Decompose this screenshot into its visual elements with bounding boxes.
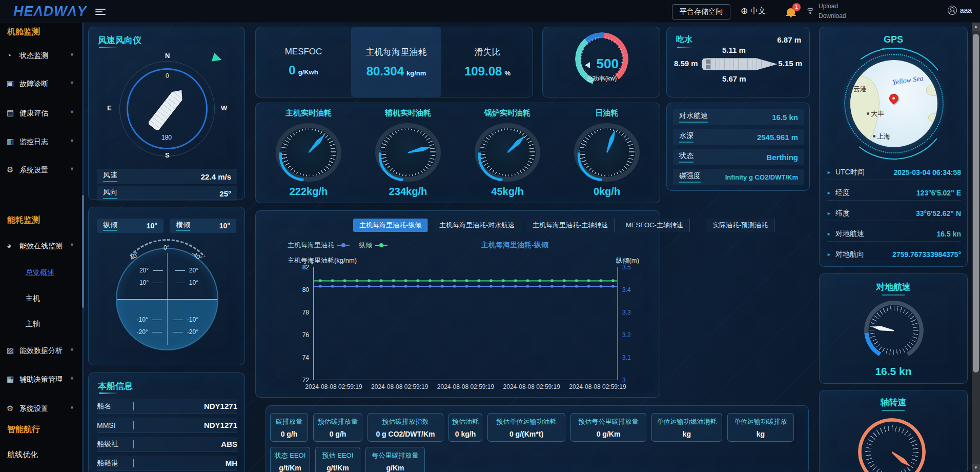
mesfoc-panel: MESFOC0g/Kwh主机每海里油耗80.304kg/nm滑失比109.08% xyxy=(255,27,533,97)
mesfoc-cell-1[interactable]: 主机每海里油耗80.304kg/nm xyxy=(351,27,441,97)
chevron-down-icon: ∨ xyxy=(70,166,74,171)
sidebar-item-energy-data-analysis[interactable]: ▨能效数据分析∨ xyxy=(0,344,82,358)
notification-bell[interactable]: 1 xyxy=(784,5,798,18)
fuel-gauge-1: 辅机实时油耗234kg/h xyxy=(358,108,458,198)
compass-e: E xyxy=(107,104,112,112)
sidebar-item-health-assessment[interactable]: ▤健康评估∨ xyxy=(0,107,82,120)
left-tick-2: 78 xyxy=(302,309,309,316)
right-tick-4: 3.1 xyxy=(622,354,631,361)
chart-plot[interactable] xyxy=(313,267,618,380)
legend-item-0[interactable]: 主机每海里油耗 xyxy=(288,241,350,250)
fuel-gauge-title: 主机实时油耗 xyxy=(285,108,332,118)
chart-tab-2[interactable]: 主机每海里油耗-主轴转速 xyxy=(526,219,615,232)
mesfoc-cell-valuewrap: 80.304kg/nm xyxy=(366,64,426,78)
x-label-3: 2024-08-08 02:59:19 xyxy=(503,383,560,390)
mesfoc-cell-0[interactable]: MESFOC0g/Kwh xyxy=(261,27,346,97)
sidebar-item-label: 辅助决策管理 xyxy=(19,375,63,384)
sidebar-item-fault-diagnosis[interactable]: ▣故障诊断∨ xyxy=(0,77,82,91)
ship-info-divider xyxy=(133,459,134,467)
incl-scale-left: -10° xyxy=(136,316,148,323)
scrollbar-down-arrow[interactable]: ▼ xyxy=(972,464,980,472)
sidebar-item-energy-online-monitoring[interactable]: ◕能效在线监测∧ xyxy=(0,240,82,253)
metric-chip-label: 预估油耗 xyxy=(452,417,479,426)
metric-chip-b-0: 状态 EEOIg/t/Km xyxy=(270,447,310,472)
sidebar-collapse-icon[interactable] xyxy=(95,7,106,16)
fuel-gauges-panel: 主机实时油耗222kg/h辅机实时油耗234kg/h锅炉实时油耗45kg/h日油… xyxy=(255,103,660,203)
chart-tab-3[interactable]: MESFOC-主轴转速 xyxy=(620,219,690,232)
wind-row-value: 25° xyxy=(219,189,231,198)
metric-chip-label: 单位运输功碳排放 xyxy=(734,417,787,426)
metric-chip-b-1: 预估 EEOIg/t/Km xyxy=(315,447,360,472)
nav-row-value: Infinity g CO2/DWT/Km xyxy=(725,173,798,181)
fuel-gauge-title: 辅机实时油耗 xyxy=(385,108,431,118)
sidebar-item-route-optimization[interactable]: 航线优化 xyxy=(0,448,82,461)
fuel-gauge-value: 222kg/h xyxy=(290,186,328,198)
fuel-gauge-value: 0kg/h xyxy=(594,186,620,198)
sidebar-item-decision-support[interactable]: ▦辅助决策管理∨ xyxy=(0,373,82,386)
draft-title: 吃水 xyxy=(676,34,692,45)
metric-chip-label: 每公里碳排放量 xyxy=(372,451,419,460)
nav-row-label: 水深 xyxy=(679,131,693,143)
gps-row-label: 对地航速 xyxy=(827,229,864,239)
metric-chip-value: 0 g CO2/DWT/Km xyxy=(376,430,435,438)
upload-label: Upload xyxy=(819,2,846,11)
metric-chip-label: 状态 EEOI xyxy=(275,451,306,460)
gps-panel: GPS Yellow Sea 云港 大丰 上海 UTC时间2025-03-04 … xyxy=(819,27,968,267)
mesfoc-cell-label: 滑失比 xyxy=(475,46,501,58)
mesfoc-cell-2[interactable]: 滑失比109.08% xyxy=(446,27,528,97)
chart-title: 主机每海里油耗-纵倾 xyxy=(481,241,548,250)
notification-badge: 1 xyxy=(792,3,801,11)
chart-tab-0[interactable]: 主机每海里油耗-纵倾 xyxy=(353,219,428,232)
sidebar-subitem-main-engine[interactable]: 主机 xyxy=(0,292,82,305)
gps-map[interactable]: Yellow Sea 云港 大丰 上海 xyxy=(850,60,937,147)
map-pin-icon xyxy=(887,92,900,104)
sidebar-subitem-overview[interactable]: 总览概述 xyxy=(0,267,82,279)
language-selector[interactable]: ⊕ 中文 xyxy=(741,6,766,16)
ship-info-value: MH xyxy=(226,459,237,467)
gps-row-value: 123°6'5.02" E xyxy=(916,189,961,197)
ship-info-value: ABS xyxy=(221,440,237,448)
incl-scale-left: 20° xyxy=(136,267,149,274)
window-scrollbar[interactable]: ▲ ▼ xyxy=(972,23,980,472)
sidebar-scrollbar-thumb[interactable] xyxy=(82,195,84,308)
sidebar-item-system-settings-2[interactable]: ⚙系统设置∨ xyxy=(0,402,82,416)
user-menu[interactable]: aaa xyxy=(948,6,972,15)
sidebar-subitem-main-shaft[interactable]: 主轴 xyxy=(0,318,82,330)
incl-top-center: 0° xyxy=(164,244,169,251)
fuel-gauge-dial xyxy=(375,123,441,182)
sidebar-subitem-label: 主机 xyxy=(26,294,40,303)
map-city-2: 大丰 xyxy=(867,109,884,119)
legend-marker xyxy=(375,243,387,247)
wind-row-value: 22.4 m/s xyxy=(201,172,231,181)
sidebar-item-monitor-log[interactable]: ▥监控日志∨ xyxy=(0,135,82,149)
sidebar-item-system-settings[interactable]: ⚙系统设置∨ xyxy=(0,164,82,177)
metric-chip-6: 单位运输功燃油消耗kg xyxy=(651,413,722,442)
metric-chip-label: 碳排放量 xyxy=(276,417,302,426)
ship-info-row-3: 船籍港MH xyxy=(97,456,237,471)
wind-row-label: 风向 xyxy=(103,188,117,199)
metric-chip-5: 预估每公里碳排放量0 g/Km xyxy=(570,413,646,442)
nav-row-0: 对水航速16.5 kn xyxy=(673,109,804,125)
platform-storage-button[interactable]: 平台存储空间 xyxy=(672,4,730,19)
sidebar-item-status-monitoring[interactable]: ◔状态监测∨ xyxy=(0,49,82,63)
scrollbar-up-arrow[interactable]: ▲ xyxy=(972,23,980,31)
ship-info-row-1: MMSINDY1271 xyxy=(97,418,237,433)
chart-tab-4[interactable]: 实际油耗-预测油耗 xyxy=(706,219,774,232)
legend-item-1[interactable]: 纵倾 xyxy=(359,241,387,250)
sidebar-item-label: 能效在线监测 xyxy=(19,242,63,251)
scrollbar-thumb[interactable] xyxy=(973,34,979,372)
sidebar-item-label: 监控日志 xyxy=(19,137,48,147)
upload-download[interactable]: Upload Download xyxy=(806,2,846,21)
draft-right: 5.15 m xyxy=(778,59,802,68)
metric-chip-value: g/t/Km xyxy=(279,464,301,472)
nav-info-panel: 对水航速16.5 kn水深2545.961 m状态Berthing碳强度Infi… xyxy=(666,103,810,191)
sidebar-item-label: 系统设置 xyxy=(19,404,48,414)
wind-direction-arrow-icon xyxy=(212,53,223,65)
power-pointer-icon xyxy=(585,62,590,68)
incl-scale-right: -10° xyxy=(187,316,198,323)
monitor-log-icon: ▥ xyxy=(7,137,14,146)
x-label-0: 2024-08-08 02:59:19 xyxy=(305,383,362,390)
chart-tab-1[interactable]: 主机每海里油耗-对水航速 xyxy=(433,219,521,232)
metric-chip-label: 预估单位运输功油耗 xyxy=(497,417,557,426)
wind-panel-title: 风速风向仪 xyxy=(98,34,141,46)
